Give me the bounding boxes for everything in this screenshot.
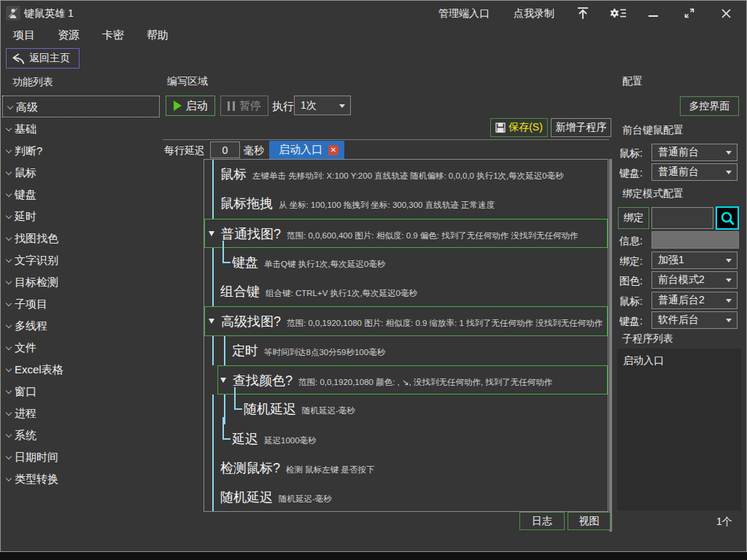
step-description: 检测 鼠标左键 是否按下	[286, 464, 374, 475]
tab-close-icon[interactable]: ✕	[328, 145, 338, 155]
step-title: 高级找图?	[221, 313, 281, 330]
pin-to-top-icon[interactable]	[574, 5, 592, 21]
color-mode-dropdown[interactable]: 前台模式2	[651, 271, 738, 289]
chevron-down-icon	[6, 169, 12, 175]
back-home-button[interactable]: 返回主页	[6, 48, 80, 69]
sidebar-item[interactable]: 高级	[2, 96, 160, 117]
multi-control-button[interactable]: 多控界面	[680, 96, 739, 116]
sidebar-item-label: 延时	[15, 210, 36, 222]
expander-icon[interactable]	[220, 378, 226, 383]
sidebar-item[interactable]: 多线程	[1, 314, 161, 336]
start-button[interactable]: 启动	[166, 96, 215, 116]
sidebar-item[interactable]: 鼠标	[1, 161, 161, 183]
pause-button[interactable]: 暂停	[220, 96, 268, 116]
log-button[interactable]: 日志	[519, 512, 565, 530]
sidebar-item-label: 类型转换	[15, 472, 58, 485]
close-button[interactable]	[717, 5, 735, 21]
step-content: 查找颜色?范围: 0,0,1920,1080 颜色: , ↘, 没找到无任何动作…	[218, 366, 552, 389]
sidebar-item[interactable]: 子项目	[1, 292, 161, 314]
info-box	[651, 231, 739, 249]
sidebar-item[interactable]: 基础	[1, 117, 161, 139]
sidebar-item[interactable]: 文件	[1, 336, 161, 358]
sidebar-item-label: 基础	[15, 122, 36, 135]
bg-keyboard-dropdown[interactable]: 软件后台	[651, 311, 738, 329]
tab-start-entry[interactable]: 启动入口 ✕	[269, 141, 344, 159]
sidebar-item[interactable]: 键盘	[1, 183, 161, 205]
step-row[interactable]: 2鼠标拖拽从 坐标: 100,100 拖拽到 坐标: 300,300 直线轨迹 …	[204, 189, 608, 218]
sidebar-item-label: 子项目	[15, 298, 47, 310]
minimize-button[interactable]	[644, 5, 662, 21]
step-row[interactable]: 6高级找图?范围: 0,0,1920,1080 图片: 相似度: 0.9 缩放率…	[204, 306, 608, 335]
step-content: 随机延迟随机延迟-毫秒	[204, 483, 332, 506]
menu-item-项目[interactable]: 项目	[13, 26, 36, 46]
sidebar-item[interactable]: 延时	[1, 205, 161, 227]
step-row[interactable]: 8查找颜色?范围: 0,0,1920,1080 颜色: , ↘, 没找到无任何动…	[217, 365, 608, 394]
line-delay-input[interactable]	[210, 141, 240, 158]
expander-icon[interactable]	[209, 231, 214, 236]
chevron-down-icon	[726, 299, 732, 303]
menu-item-帮助[interactable]: 帮助	[147, 26, 169, 46]
bind-input[interactable]	[651, 207, 713, 229]
admin-entry-link[interactable]: 管理端入口	[438, 7, 489, 20]
sidebar-item[interactable]: 进程	[1, 402, 161, 424]
step-row[interactable]: 10延迟延迟1000毫秒	[204, 424, 608, 454]
sidebar-item[interactable]: 类型转换	[1, 467, 161, 489]
line-delay-unit: 毫秒	[244, 144, 264, 158]
step-row[interactable]: 4键盘单击Q键 执行1次,每次延迟0毫秒	[204, 248, 608, 277]
chevron-down-icon	[6, 191, 12, 197]
back-arrow-icon	[11, 52, 26, 65]
bg-keyboard-label: 键盘:	[619, 315, 643, 328]
step-row[interactable]: 11检测鼠标?检测 鼠标左键 是否按下	[204, 454, 608, 483]
bg-mouse-dropdown[interactable]: 普通后台2	[651, 292, 738, 309]
subprogram-item[interactable]: 启动入口	[617, 349, 741, 368]
tree-connector	[222, 417, 231, 440]
step-row[interactable]: 9随机延迟随机延迟-毫秒	[204, 394, 608, 424]
sidebar-item[interactable]: 文字识别	[1, 249, 161, 271]
step-row[interactable]: 3普通找图?范围: 0,0,600,400 图片: 相似度: 0.9 偏色: 找…	[204, 219, 608, 248]
sidebar-item[interactable]: 窗口	[1, 380, 161, 402]
foreground-config-title: 前台键鼠配置	[622, 124, 684, 137]
maximize-button[interactable]	[681, 5, 698, 21]
play-icon	[174, 101, 182, 111]
menu-item-资源[interactable]: 资源	[58, 26, 80, 46]
exec-count-dropdown[interactable]: 1次	[294, 96, 351, 115]
bind-mode-dropdown[interactable]: 加强1	[651, 252, 738, 269]
bind-mode-label: 绑定:	[619, 255, 643, 268]
sidebar-item[interactable]: 找图找色	[1, 227, 161, 249]
settings-gear-icon[interactable]	[609, 5, 627, 21]
fg-mouse-dropdown[interactable]: 普通前台	[651, 144, 738, 161]
indent-guide	[212, 483, 214, 512]
chevron-down-icon	[6, 147, 12, 153]
step-row[interactable]: 12随机延迟随机延迟-毫秒	[204, 483, 608, 512]
chevron-down-icon	[339, 104, 345, 108]
step-row[interactable]: 7定时等时间到达8点30分59秒100毫秒	[204, 336, 608, 365]
sidebar-item[interactable]: Excel表格	[1, 358, 161, 380]
chevron-down-icon	[6, 300, 12, 306]
sidebar-item-label: 系统	[15, 429, 36, 441]
new-subprogram-button[interactable]: 新增子程序	[551, 118, 611, 137]
step-title: 定时	[232, 342, 258, 359]
config-section-title: 配置	[622, 75, 643, 88]
step-description: 左键单击 先移动到: X:100 Y:200 直线轨迹 随机偏移: 0,0,0,…	[252, 171, 564, 182]
fg-keyboard-dropdown[interactable]: 普通前台	[651, 163, 738, 181]
step-row[interactable]: 1鼠标左键单击 先移动到: X:100 Y:200 直线轨迹 随机偏移: 0,0…	[204, 160, 608, 189]
sidebar-item[interactable]: 目标检测	[1, 271, 161, 292]
sidebar-item[interactable]: 日期时间	[1, 446, 161, 467]
exec-label: 执行	[272, 100, 294, 114]
sidebar-item-label: 日期时间	[15, 451, 58, 463]
save-button[interactable]: 保存(S)	[490, 118, 548, 137]
scrollbar[interactable]	[609, 159, 612, 532]
sidebar-item-label: 文件	[15, 341, 36, 354]
editor-section-title: 编写区域	[167, 75, 208, 88]
chevron-down-icon	[6, 454, 12, 459]
chevron-down-icon	[6, 235, 12, 241]
view-button[interactable]: 视图	[568, 512, 611, 530]
sidebar-item[interactable]: 判断?	[1, 139, 161, 161]
magnifier-button[interactable]	[716, 206, 739, 230]
record-link[interactable]: 点我录制	[514, 7, 554, 20]
bind-button[interactable]: 绑定	[618, 207, 649, 229]
expander-icon[interactable]	[209, 319, 214, 324]
menu-item-卡密[interactable]: 卡密	[102, 26, 125, 46]
sidebar-item[interactable]: 系统	[1, 424, 161, 446]
step-row[interactable]: 5组合键组合键: CTRL+V 执行1次,每次延迟0毫秒	[204, 277, 608, 306]
